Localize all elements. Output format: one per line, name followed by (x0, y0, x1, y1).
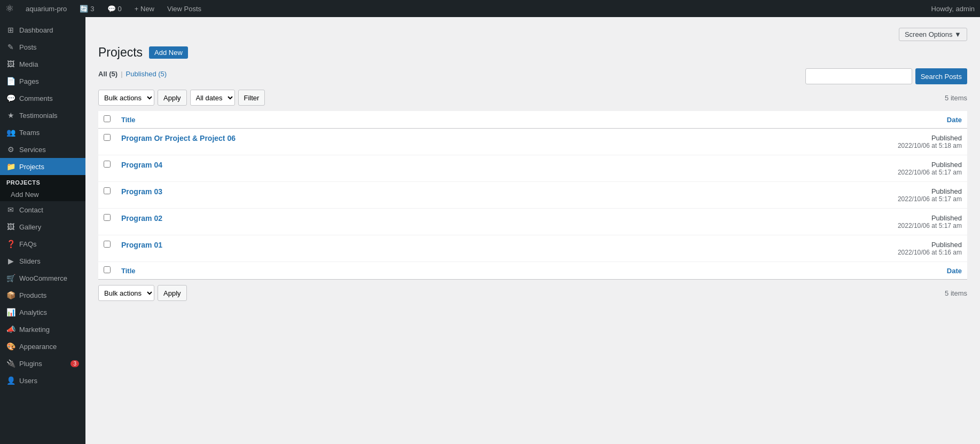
sidebar-item-comments[interactable]: 💬Comments (0, 90, 85, 107)
apply-button-bottom[interactable]: Apply (158, 285, 187, 301)
sidebar-badge: 3 (70, 360, 79, 367)
comments-count: 0 (118, 5, 122, 13)
items-count-top: 5 items (945, 94, 967, 102)
sidebar-icon-comments: 💬 (6, 94, 15, 102)
sidebar-item-pages[interactable]: 📄Pages (0, 73, 85, 90)
post-date: 2022/10/06 at 5:16 am (876, 249, 962, 256)
sidebar-item-sliders[interactable]: ▶Sliders (0, 252, 85, 269)
sidebar-label: Analytics (19, 308, 47, 316)
sidebar-icon-sliders: ▶ (6, 257, 15, 265)
sidebar-icon-faqs: ❓ (6, 240, 15, 248)
sidebar-icon-marketing: 📣 (6, 325, 15, 334)
row-checkbox[interactable] (104, 161, 111, 168)
filter-all[interactable]: All (5) (98, 70, 117, 78)
sidebar-item-analytics[interactable]: 📊Analytics (0, 304, 85, 321)
filter-published[interactable]: Published (5) (126, 70, 167, 78)
adminbar-new[interactable]: + New (131, 0, 158, 17)
post-status: Published (876, 161, 962, 169)
apply-button-top[interactable]: Apply (158, 90, 187, 106)
sidebar-label: WooCommerce (19, 274, 67, 282)
table-row: Program 01Published2022/10/06 at 5:16 am (98, 235, 967, 262)
post-title-link[interactable]: Program 03 (121, 187, 162, 196)
filter-button[interactable]: Filter (238, 90, 265, 106)
add-new-button[interactable]: Add New (149, 46, 188, 59)
sidebar-label: Products (19, 291, 46, 299)
col-header-title: Title (116, 111, 871, 129)
row-checkbox[interactable] (104, 134, 111, 141)
sidebar-label: Gallery (19, 223, 41, 231)
sidebar-item-contact[interactable]: ✉Contact (0, 201, 85, 218)
sidebar-item-media[interactable]: 🖼Media (0, 56, 85, 73)
filter-links: All (5) | Published (5) (98, 70, 167, 78)
sidebar-item-woocommerce[interactable]: 🛒WooCommerce (0, 269, 85, 287)
sidebar-item-appearance[interactable]: 🎨Appearance (0, 338, 85, 355)
bulk-actions-select-top[interactable]: Bulk actions (98, 90, 154, 106)
row-checkbox[interactable] (104, 214, 111, 221)
row-checkbox[interactable] (104, 187, 111, 194)
post-date: 2022/10/06 at 5:17 am (876, 195, 962, 203)
sidebar-icon-products: 📦 (6, 291, 15, 299)
screen-options-button[interactable]: Screen Options ▼ (899, 28, 967, 41)
adminbar-updates[interactable]: 🔄 3 (76, 0, 97, 17)
page-header: Projects Add New (98, 45, 967, 60)
sidebar-item-gallery[interactable]: 🖼Gallery (0, 218, 85, 235)
adminbar-view-posts-label: View Posts (167, 5, 201, 13)
date-filter-select[interactable]: All dates (190, 90, 235, 106)
sidebar-item-faqs[interactable]: ❓FAQs (0, 235, 85, 252)
post-title-link[interactable]: Program 04 (121, 161, 162, 169)
sidebar-item-testimonials[interactable]: ★Testimonials (0, 107, 85, 124)
sidebar-label: Sliders (19, 257, 41, 265)
sidebar-item-marketing[interactable]: 📣Marketing (0, 321, 85, 338)
sidebar-item-posts[interactable]: ✎Posts (0, 38, 85, 56)
sidebar-label: Posts (19, 43, 37, 51)
post-status: Published (876, 134, 962, 142)
toolbar-top-left: Bulk actions Apply All dates Filter (98, 90, 265, 106)
post-date: 2022/10/06 at 5:18 am (876, 142, 962, 149)
toolbar-top: Bulk actions Apply All dates Filter 5 it… (98, 90, 967, 106)
adminbar-site-name: aquarium-pro (26, 5, 67, 13)
adminbar-site[interactable]: aquarium-pro (22, 0, 70, 17)
post-status: Published (876, 214, 962, 222)
wp-logo[interactable]: ⚛ (5, 3, 14, 14)
sidebar-item-projects[interactable]: 📁Projects (0, 158, 85, 175)
table-row: Program 02Published2022/10/06 at 5:17 am (98, 209, 967, 235)
post-title-link[interactable]: Program Or Project & Project 06 (121, 134, 236, 142)
toolbar-bottom-left: Bulk actions Apply (98, 285, 187, 301)
sidebar-icon-gallery: 🖼 (6, 223, 15, 231)
post-title-link[interactable]: Program 01 (121, 241, 162, 249)
sidebar-icon-users: 👤 (6, 376, 15, 385)
adminbar-new-label: + New (135, 5, 154, 13)
sidebar-label: Testimonials (19, 112, 58, 120)
post-status: Published (876, 187, 962, 195)
sidebar-icon-services: ⚙ (6, 145, 15, 154)
main-content: Screen Options ▼ Projects Add New All (5… (85, 17, 980, 444)
adminbar-view-posts[interactable]: View Posts (164, 0, 205, 17)
admin-bar: ⚛ aquarium-pro 🔄 3 💬 0 + New View Posts … (0, 0, 980, 17)
post-title-link[interactable]: Program 02 (121, 214, 162, 223)
submenu-item-add-new[interactable]: Add New (0, 188, 85, 201)
sidebar-label: Marketing (19, 326, 50, 334)
sidebar-item-dashboard[interactable]: ⊞Dashboard (0, 21, 85, 38)
bulk-actions-select-bottom[interactable]: Bulk actions (98, 285, 154, 301)
select-all-checkbox-bottom[interactable] (104, 266, 111, 273)
sidebar-item-products[interactable]: 📦Products (0, 287, 85, 304)
sidebar-icon-pages: 📄 (6, 77, 15, 85)
sidebar-submenu: ProjectsAdd New (0, 175, 85, 201)
sidebar-icon-analytics: 📊 (6, 308, 15, 316)
sidebar-item-users[interactable]: 👤Users (0, 372, 85, 389)
sidebar-icon-posts: ✎ (6, 43, 15, 51)
search-posts-button[interactable]: Search Posts (915, 68, 967, 84)
sidebar-item-teams[interactable]: 👥Teams (0, 124, 85, 141)
search-input[interactable] (805, 68, 912, 84)
col-header-checkbox (98, 111, 116, 129)
table-row: Program 04Published2022/10/06 at 5:17 am (98, 155, 967, 182)
sidebar-icon-media: 🖼 (6, 60, 15, 68)
search-area: Search Posts (805, 68, 967, 84)
adminbar-comments[interactable]: 💬 0 (104, 0, 125, 17)
sidebar-item-services[interactable]: ⚙Services (0, 141, 85, 158)
sidebar-item-plugins[interactable]: 🔌Plugins3 (0, 355, 85, 372)
sidebar-label: Pages (19, 77, 39, 85)
select-all-checkbox-top[interactable] (104, 115, 111, 122)
sidebar-label: Contact (19, 206, 43, 214)
row-checkbox[interactable] (104, 241, 111, 248)
